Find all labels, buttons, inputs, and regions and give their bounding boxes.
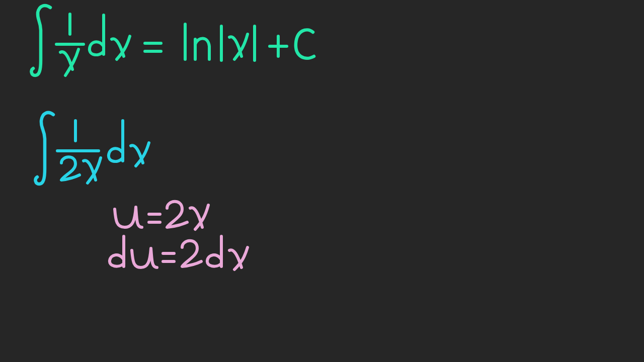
equation-sub-du	[110, 236, 248, 269]
fraction-1-over-2x	[57, 121, 101, 183]
ln	[185, 24, 209, 59]
plus-icon	[270, 36, 287, 56]
integral-icon	[36, 113, 53, 184]
equation-problem	[36, 113, 149, 184]
integral-icon	[32, 6, 50, 75]
dx	[90, 15, 130, 59]
constant-c	[296, 30, 314, 58]
dx	[109, 121, 149, 166]
equation-sub-u	[115, 202, 208, 229]
equation-rule	[32, 6, 314, 75]
fraction-1-over-x	[56, 14, 84, 75]
abs-x	[221, 26, 255, 60]
equals-icon	[145, 43, 161, 51]
